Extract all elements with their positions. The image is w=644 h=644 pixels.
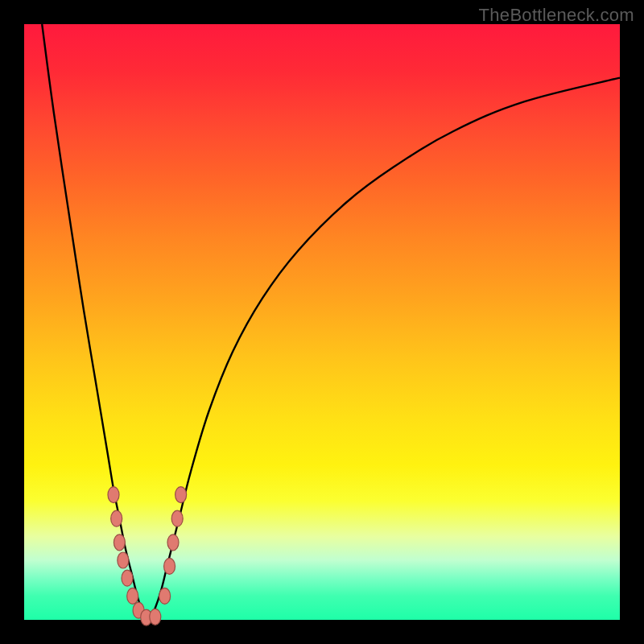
data-marker: [159, 588, 171, 604]
data-marker: [108, 487, 119, 503]
data-marker: [111, 510, 122, 526]
data-marker: [118, 552, 129, 568]
data-marker: [175, 487, 187, 503]
left-branch-curve: [42, 24, 149, 620]
data-marker: [164, 558, 175, 574]
chart-svg: [24, 24, 620, 620]
data-marker: [127, 588, 138, 604]
data-marker: [171, 510, 183, 526]
data-marker: [122, 570, 133, 586]
data-markers: [108, 487, 187, 625]
data-marker: [150, 609, 161, 625]
data-marker: [114, 535, 125, 551]
watermark-label: TheBottleneck.com: [479, 5, 634, 26]
right-branch-curve: [149, 78, 620, 620]
plot-area: [24, 24, 620, 620]
chart-frame: TheBottleneck.com: [0, 0, 644, 644]
data-marker: [167, 535, 179, 551]
